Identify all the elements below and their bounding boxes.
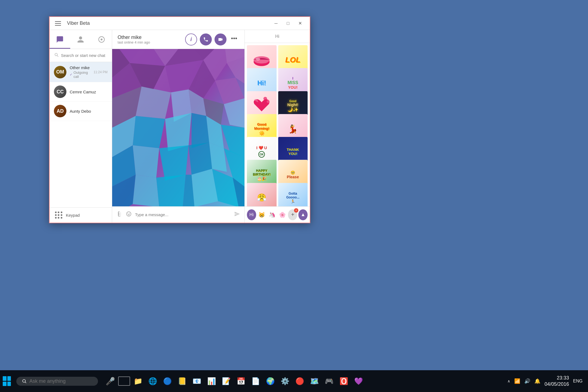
svg-marker-36 [133,175,159,206]
tray-network-icon[interactable]: 📶 [514,378,520,384]
clock-time: 23:33 [557,375,569,381]
app-title: Viber Beta [67,20,90,26]
taskbar-app-chrome[interactable]: 🌍 [264,374,277,388]
chat-list: OM Other mike ✓ Outgoing call 11:24 PM [50,62,112,207]
avatar-cemre-camuz: CC [54,85,66,98]
taskbar-search[interactable] [16,377,98,386]
sticker-panel-footer: Hi 😸 🦄 🌸 + + ▲ [245,206,310,223]
message-input[interactable] [135,212,231,217]
keypad-icon [55,212,63,219]
tray-volume-icon[interactable]: 🔊 [524,378,530,384]
svg-point-47 [23,379,26,382]
taskbar-app-mail[interactable]: 📧 [190,374,204,388]
plus-icon: + [291,212,294,218]
taskbar-app-office[interactable]: 🅾️ [337,374,351,388]
sticker-add-badge: + [294,208,298,213]
tray-expand-icon[interactable]: ∧ [507,379,510,383]
sticker-tab-3[interactable]: 🌸 [278,209,287,220]
chat-item-cemre-camuz[interactable]: CC Cemre Camuz [50,82,112,102]
search-input[interactable] [61,53,113,58]
tray-notification-icon[interactable]: 🔔 [534,378,540,384]
minimize-button[interactable]: ─ [271,19,281,28]
chat-info-cemre-camuz: Cemre Camuz [70,90,108,94]
close-button[interactable]: ✕ [295,19,305,28]
send-button[interactable] [234,211,240,219]
keypad-button[interactable]: Keypad [50,207,112,223]
chat-item-other-mike[interactable]: OM Other mike ✓ Outgoing call 11:24 PM [50,62,112,82]
chat-header-actions: i ••• [185,33,239,45]
app-body: OM Other mike ✓ Outgoing call 11:24 PM [50,30,310,223]
taskbar-app-powerpoint[interactable]: 📊 [205,374,218,388]
start-button[interactable] [0,374,14,388]
sticker-tab-2[interactable]: 🦄 [268,209,277,220]
chat-area: Other mike last online 4 min ago i [112,30,244,223]
svg-point-45 [264,97,267,100]
window-controls: ─ □ ✕ [271,19,305,28]
svg-point-46 [267,100,270,103]
call-button[interactable] [200,33,212,45]
avatar-aunty-debo: AD [54,105,66,117]
svg-marker-37 [156,175,186,206]
taskbar-search-input[interactable] [29,378,84,384]
chat-name-cemre-camuz: Cemre Camuz [70,90,108,94]
taskbar-app-edge[interactable]: 🌐 [146,374,160,388]
taskbar-app-task-view[interactable] [118,376,130,386]
taskbar-app-calendar[interactable]: 📅 [234,374,248,388]
sticker-panel: Hi LOL [244,30,310,223]
taskbar-app-ie[interactable]: 🔵 [161,374,174,388]
chat-item-aunty-debo[interactable]: AD Aunty Debo [50,102,112,121]
taskbar-apps: 🎤 📁 🌐 🔵 📒 📧 📊 📝 📅 📄 🌍 ⚙️ 🔴 🗺️ 🎮 🅾️ 💜 [103,374,502,388]
more-button[interactable]: ••• [229,33,239,43]
taskbar-app-youtube[interactable]: 🔴 [293,374,307,388]
svg-marker-18 [136,87,171,119]
svg-point-1 [100,38,102,40]
chat-name-other-mike: Other mike [70,65,90,70]
chat-messages [112,49,244,206]
sticker-chevron-button[interactable]: ▲ [298,209,308,220]
chat-time-other-mike: 11:24 PM [94,70,108,74]
emoji-icon[interactable] [126,211,132,219]
sidebar: OM Other mike ✓ Outgoing call 11:24 PM [50,30,112,223]
svg-marker-30 [133,145,159,178]
maximize-button[interactable]: □ [283,19,293,28]
chat-input-bar [112,206,244,223]
taskbar-tray: ∧ 📶 🔊 🔔 23:33 04/05/2016 ENG [502,375,588,388]
windows-logo [3,376,11,386]
sidebar-item-explore[interactable] [91,30,112,49]
hamburger-menu-button[interactable] [54,19,64,28]
sticker-panel-title: Hi [275,34,279,39]
video-button[interactable] [215,33,226,45]
svg-point-43 [254,56,270,64]
desktop: Viber Beta ─ □ ✕ [0,0,588,392]
chat-header-info: Other mike last online 4 min ago [118,35,182,44]
taskbar-app-game[interactable]: 🎮 [322,374,336,388]
sticker-gotta[interactable]: Gotta Goooo... 🏃 [278,183,308,206]
sidebar-item-contacts[interactable] [70,30,91,49]
chat-background [112,49,244,206]
taskbar-app-notepad[interactable]: 📄 [249,374,262,388]
attach-icon[interactable] [117,211,122,219]
sidebar-item-chats[interactable] [50,30,70,49]
taskbar-app-explorer[interactable]: 📁 [131,374,145,388]
title-bar: Viber Beta ─ □ ✕ [50,17,310,30]
app-window: Viber Beta ─ □ ✕ [49,16,310,223]
sticker-grid: LOL Hi! I MISS YOU! [245,43,310,206]
taskbar-app-onenote[interactable]: 📒 [175,374,189,388]
sticker-panel-header: Hi [245,30,310,43]
taskbar-app-viber[interactable]: 💜 [352,374,365,388]
sidebar-nav [50,30,112,49]
taskbar-clock[interactable]: 23:33 04/05/2016 [544,375,569,388]
sticker-add-button[interactable]: + + [288,209,297,220]
taskbar-app-maps[interactable]: 🗺️ [308,374,321,388]
search-bar [50,49,112,62]
tray-language[interactable]: ENG [573,379,583,384]
taskbar-app-cortana[interactable]: 🎤 [103,374,117,388]
sticker-angry[interactable]: 😤 [247,183,277,206]
taskbar-app-word[interactable]: 📝 [219,374,233,388]
sticker-tab-1[interactable]: 😸 [257,209,267,220]
info-button[interactable]: i [185,33,197,45]
chat-preview-other-mike: ✓ Outgoing call [70,71,90,79]
chat-info-other-mike: Other mike ✓ Outgoing call [70,65,90,79]
sticker-tab-hi[interactable]: Hi [247,209,256,220]
taskbar-app-settings[interactable]: ⚙️ [278,374,292,388]
